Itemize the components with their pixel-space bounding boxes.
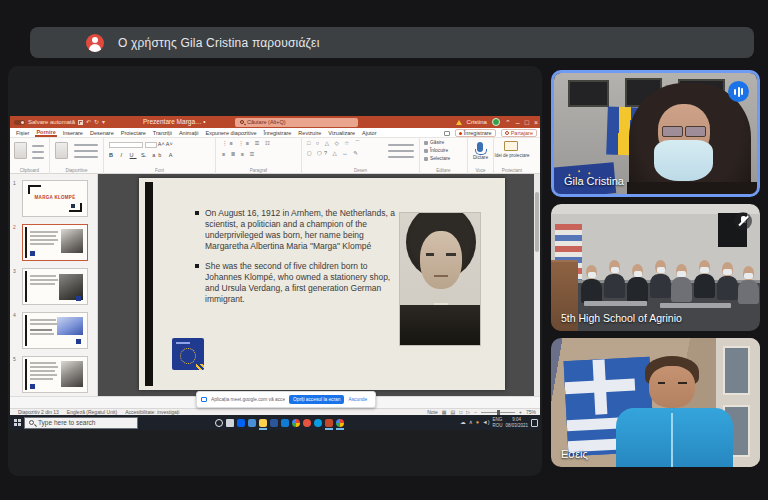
logo-flag-corner — [196, 364, 204, 370]
reset-button[interactable] — [74, 150, 98, 152]
scrollbar-thumb[interactable] — [535, 192, 539, 252]
skype-icon[interactable] — [314, 419, 322, 427]
mail-icon[interactable] — [281, 419, 289, 427]
chrome-icon[interactable] — [292, 419, 300, 427]
file-explorer-icon[interactable] — [259, 419, 267, 427]
record-button[interactable]: Înregistrare — [455, 129, 496, 137]
ribbon-group-editare: Găsire Înlocuire Selectare Editare — [420, 138, 468, 174]
shapes-gallery-row2[interactable]: ◻ ⬡? △ ↔ ✎ — [307, 150, 360, 156]
slide-thumbnail-5[interactable] — [22, 356, 88, 393]
tab-tranzitii[interactable]: Tranziții — [152, 130, 173, 136]
shape-effects-button[interactable] — [388, 156, 414, 158]
arrange-button[interactable] — [388, 144, 414, 146]
slide-scrollbar[interactable] — [534, 174, 540, 396]
tray-status-icon[interactable]: ● — [476, 420, 479, 426]
dropbox-icon[interactable] — [237, 419, 245, 427]
tab-vizualizare[interactable]: Vizualizare — [327, 130, 356, 136]
redo-icon[interactable]: ↻ — [94, 119, 99, 125]
video-tile-5th-high-school[interactable]: 5th High School of Agrinio — [551, 204, 760, 331]
task-view-icon[interactable] — [226, 419, 234, 427]
comments-icon[interactable] — [444, 131, 450, 136]
tab-desenare[interactable]: Desenare — [89, 130, 115, 136]
firefox-icon[interactable] — [303, 419, 311, 427]
slide-thumbnail-3[interactable] — [22, 268, 88, 305]
photos-icon[interactable] — [248, 419, 256, 427]
quick-access-toolbar: Salvare automată ↶ ↻ ▾ — [14, 119, 105, 125]
volume-icon[interactable]: ◄) — [482, 420, 489, 426]
tab-expunere-diapozitive[interactable]: Expunere diapozitive — [204, 130, 257, 136]
zoom-knob[interactable] — [497, 410, 500, 415]
ppt-search-box[interactable]: Căutare (Alt+Q) — [235, 118, 358, 127]
account-name[interactable]: Cristina — [467, 119, 487, 125]
powerpoint-icon[interactable] — [325, 419, 333, 427]
format-painter-button[interactable] — [32, 157, 44, 159]
slide-thumbnail-1[interactable]: MARGA KLOMPÉ — [22, 180, 88, 217]
font-size-box[interactable] — [145, 142, 157, 148]
qat-dropdown-icon[interactable]: ▾ — [102, 119, 105, 125]
select-button[interactable]: Selectare — [424, 156, 450, 161]
group-label-font: Font — [104, 168, 215, 173]
account-avatar[interactable] — [492, 118, 500, 126]
action-center-icon[interactable] — [531, 419, 538, 427]
cortana-icon[interactable] — [215, 419, 223, 427]
find-button[interactable]: Găsire — [424, 140, 444, 145]
font-style-row[interactable]: B I U S̶ ab A — [109, 152, 175, 158]
slide-thumbnail-2-selected[interactable] — [22, 224, 88, 261]
thumb-text-line — [30, 333, 54, 335]
font-name-box[interactable] — [109, 142, 143, 148]
language-switcher[interactable]: ENGROU — [492, 417, 502, 427]
copy-button[interactable] — [32, 151, 44, 153]
tab-inserare[interactable]: Inserare — [62, 130, 84, 136]
replace-button[interactable]: Înlocuire — [424, 148, 448, 153]
tab-animatii[interactable]: Animații — [178, 130, 200, 136]
tab-inregistrare[interactable]: Înregistrare — [263, 130, 293, 136]
dictate-microphone-icon[interactable] — [477, 142, 483, 152]
tray-chevron-icon[interactable]: ∧ — [469, 420, 473, 426]
cut-button[interactable] — [32, 145, 44, 147]
clock[interactable]: 9:0408/03/2021 — [505, 417, 528, 427]
student — [693, 260, 716, 298]
section-button[interactable] — [74, 156, 98, 158]
tab-proiectare[interactable]: Proiectare — [120, 130, 147, 136]
slide-thumbnail-4[interactable] — [22, 312, 88, 349]
ppt-search-placeholder: Căutare (Alt+Q) — [247, 119, 286, 125]
save-icon[interactable] — [78, 120, 83, 125]
video-tile-you[interactable]: Εσείς — [551, 338, 760, 467]
slide-canvas[interactable]: On August 16, 1912 in Arnhem, the Nether… — [139, 178, 505, 390]
ribbon-options-icon[interactable]: ⌃ — [505, 119, 511, 126]
chrome-active-icon[interactable] — [336, 419, 344, 427]
tab-ajutor[interactable]: Ajutor — [361, 130, 377, 136]
list-buttons[interactable]: ⋮≡ ⋮≡ ☰ ☷ — [222, 140, 272, 146]
designer-icon[interactable] — [504, 141, 518, 151]
shared-screen-tile[interactable]: Salvare automată ↶ ↻ ▾ Prezentare Marga…… — [8, 66, 542, 476]
video-tile-gila-cristina[interactable]: Gila Cristina — [551, 70, 760, 197]
slide-thumbnail-panel[interactable]: 1 MARGA KLOMPÉ 2 — [10, 174, 98, 396]
close-icon[interactable]: × — [534, 119, 538, 126]
start-button[interactable] — [10, 415, 24, 430]
hide-toast-button[interactable]: Ascunde — [348, 397, 367, 402]
slide-text-block[interactable]: On August 16, 1912 in Arnhem, the Nether… — [195, 208, 403, 314]
quick-styles-button[interactable] — [388, 150, 414, 152]
tab-revizuire[interactable]: Revizuire — [297, 130, 322, 136]
share-button[interactable]: Partajare — [501, 129, 537, 137]
new-slide-button[interactable] — [55, 142, 68, 159]
restore-icon[interactable]: □ — [525, 119, 529, 126]
windows-taskbar: Type here to search ☁ — [10, 415, 540, 430]
onedrive-cloud-icon[interactable]: ☁ — [460, 420, 466, 426]
taskbar-search-box[interactable]: Type here to search — [24, 417, 138, 429]
layout-button[interactable] — [74, 144, 98, 146]
zoom-slider[interactable] — [481, 412, 515, 413]
tab-pornire[interactable]: Pornire — [35, 129, 56, 137]
undo-icon[interactable]: ↶ — [86, 119, 91, 125]
stop-sharing-button[interactable]: Opriți accesul la ecran — [289, 395, 344, 404]
tab-fisier[interactable]: Fișier — [15, 130, 30, 136]
align-buttons[interactable]: ≡ ≣ ≡ ☰ — [222, 151, 257, 157]
student — [580, 265, 603, 303]
word-icon[interactable] — [270, 419, 278, 427]
windows-logo-icon — [14, 419, 21, 426]
paste-button[interactable] — [14, 142, 27, 159]
autosave-toggle[interactable] — [14, 120, 25, 125]
shapes-gallery[interactable]: □ ○ △ ◇ ☆ ⌒ — [307, 140, 362, 147]
minimize-icon[interactable]: – — [516, 119, 520, 126]
desk — [660, 303, 731, 308]
